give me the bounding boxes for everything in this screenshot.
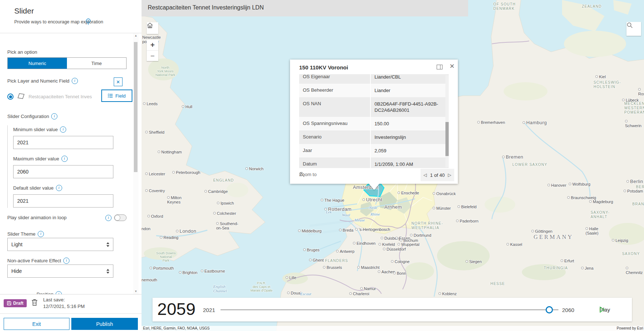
zoom-in-button[interactable]: + (147, 40, 158, 50)
city-dot (362, 198, 365, 201)
map-label: Reading (160, 235, 178, 240)
city-dot (502, 156, 505, 158)
prev-feature-arrow[interactable]: ◁ (423, 172, 427, 178)
field-button-label: Field (115, 93, 125, 99)
popup-row: OS EigenaarLiander/CBL (299, 74, 449, 84)
map-label: Dortmund (410, 233, 431, 237)
info-icon[interactable]: i (61, 156, 68, 162)
map-label: Berlin (626, 179, 643, 184)
popup-field-label: OS NAN (299, 97, 370, 117)
map-label: Cambridge (204, 189, 228, 194)
loop-toggle[interactable] (114, 214, 127, 221)
popup-field-value: 0B2D6A4F-F8FD-4451-A92B-DC2A6AB26001 (370, 97, 449, 117)
sidebar-scrollbar[interactable]: ▲ ▼ (133, 33, 139, 294)
info-icon[interactable]: i (51, 113, 57, 119)
map-label: Kassel (506, 242, 522, 247)
map-label: Portsmouth (150, 266, 174, 270)
field-button[interactable]: Field (101, 90, 132, 102)
city-dot (595, 75, 598, 78)
zoom-to-button[interactable]: Zoom to (299, 172, 317, 177)
zoom-out-button[interactable]: − (147, 50, 158, 61)
info-icon[interactable]: i (56, 291, 62, 294)
pick-layer-label: Pick Layer and Numeric Field i (7, 78, 78, 84)
city-dot (381, 237, 383, 239)
map-label: Ipswich (217, 201, 234, 205)
popup-pointer (369, 184, 379, 190)
layer-name: Restcapaciteiten Tennet Inves (29, 94, 100, 99)
popup-field-label: OS Eigenaar (299, 74, 370, 84)
map-label: Sheffield (145, 130, 165, 134)
map-label: Enschede (398, 191, 419, 195)
slider-config-label: Slider Configuration i (7, 113, 57, 119)
select-arrows-icon (106, 242, 109, 247)
city-dot (547, 184, 550, 186)
trash-icon[interactable] (31, 299, 38, 307)
home-button[interactable] (147, 22, 158, 34)
slider-track[interactable] (221, 309, 558, 310)
play-button[interactable]: Play (599, 307, 610, 313)
info-icon[interactable]: i (60, 126, 66, 133)
city-dot (398, 191, 400, 194)
map-label: Bruges (303, 248, 320, 252)
theme-select[interactable]: Light (7, 238, 113, 251)
map-label: Düsseldorf (383, 247, 406, 251)
search-button[interactable] (626, 22, 641, 36)
scroll-down-arrow[interactable]: ▼ (133, 289, 139, 294)
map-label: Wuppertal (398, 242, 419, 247)
map-label: SAXONY- ANHALT (591, 210, 610, 219)
city-dot (143, 102, 146, 105)
popup-scrollbar[interactable] (445, 75, 449, 167)
map-label: Münster (433, 206, 451, 210)
info-icon[interactable]: i (56, 185, 62, 191)
slider-widget: 2059 2021 2060 Play (152, 298, 632, 322)
map-label: Bremerhaven (477, 120, 505, 125)
popup-scrollbar-thumb[interactable] (445, 122, 449, 156)
option-tabs: Numeric Time (7, 57, 127, 69)
clipped-setting-label: Position i (37, 291, 62, 294)
city-dot (158, 151, 160, 153)
map-label: OF SOUTH DENMARK (493, 2, 516, 11)
effect-select[interactable]: Hide (7, 265, 113, 278)
city-dot (172, 171, 175, 174)
next-feature-arrow[interactable]: ▷ (448, 172, 451, 178)
tab-numeric[interactable]: Numeric (8, 58, 67, 69)
map-label: Middelburg (298, 229, 321, 233)
publish-button[interactable]: Publish (71, 318, 138, 330)
default-value-input[interactable] (13, 194, 113, 208)
info-icon[interactable]: i (72, 78, 78, 84)
city-dot (410, 234, 413, 236)
info-icon[interactable]: i (38, 231, 44, 237)
city-dot (303, 248, 306, 251)
min-value-input[interactable] (13, 136, 113, 149)
city-dot (213, 212, 216, 214)
map-label: Wolfsburg (569, 182, 590, 186)
city-dot (145, 131, 148, 133)
popup-row: OS BeheerderLiander (299, 84, 449, 97)
info-icon[interactable]: i (105, 215, 112, 221)
scroll-up-arrow[interactable]: ▲ (133, 33, 139, 38)
scrollbar-thumb[interactable] (134, 42, 138, 172)
map-label: Lille (286, 275, 297, 280)
lightbulb-icon[interactable] (85, 18, 91, 27)
layer-radio[interactable] (7, 94, 14, 100)
map-label: LOWER SAXONY (512, 163, 547, 167)
city-dot (466, 260, 468, 263)
city-dot (506, 243, 509, 246)
popup-row: OS NAN0B2D6A4F-F8FD-4451-A92B-DC2A6AB260… (299, 97, 449, 117)
exit-button[interactable]: Exit (4, 318, 69, 330)
map-label: Kiel (595, 75, 606, 79)
info-icon[interactable]: i (63, 258, 69, 264)
city-dot (176, 230, 178, 232)
slider-handle[interactable] (546, 306, 553, 313)
map-canvas[interactable]: Newcastle pon TyneNorth York Moors Natio… (142, 0, 644, 331)
city-dot (217, 202, 219, 204)
map-label: North York Moors National Park (155, 66, 175, 77)
effect-select-value: Hide (11, 268, 22, 274)
city-dot (456, 220, 459, 222)
clear-layer-button[interactable]: ✕ (114, 77, 123, 86)
max-value-input[interactable] (13, 165, 113, 178)
map-label: MECKLENBURG- WESTERN POMERANIA (624, 102, 644, 115)
tab-time[interactable]: Time (67, 58, 126, 69)
close-icon[interactable]: ✕ (449, 62, 455, 70)
city-dot (395, 237, 398, 239)
